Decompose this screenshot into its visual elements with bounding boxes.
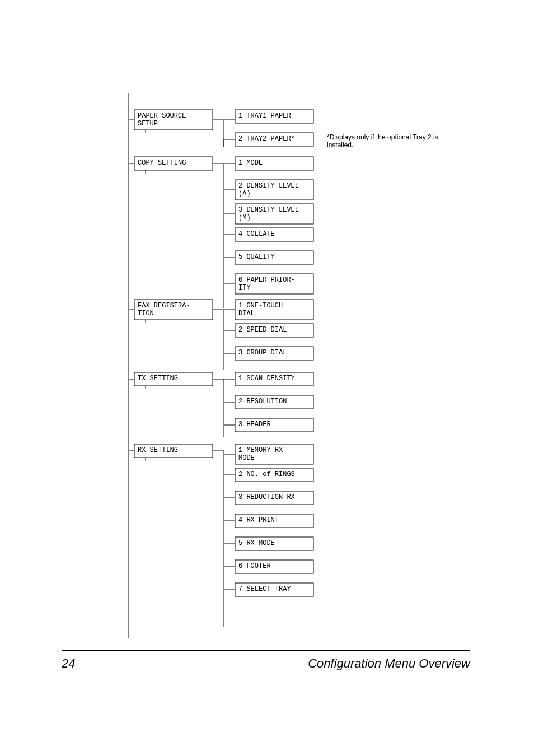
menu-tx-setting: TX SETTING: [138, 375, 210, 382]
menu-footer: 6 FOOTER: [238, 562, 311, 570]
footer-title: Configuration Menu Overview: [308, 656, 470, 671]
menu-select-tray: 7 SELECT TRAY: [238, 585, 311, 593]
menu-tray2-paper: 2 TRAY2 PAPER*: [238, 135, 311, 143]
menu-speed-dial: 2 SPEED DIAL: [238, 326, 311, 334]
menu-header: 3 HEADER: [238, 421, 311, 428]
note-tray2-optional: *Displays only if the optional Tray 2 is…: [327, 133, 450, 149]
menu-rx-mode: 5 RX MODE: [238, 539, 311, 547]
menu-one-touch-dial: 1 ONE-TOUCH DIAL: [238, 302, 311, 318]
menu-tray1-paper: 1 TRAY1 PAPER: [238, 112, 311, 120]
menu-density-m: 3 DENSITY LEVEL (M): [238, 206, 311, 222]
menu-resolution: 2 RESOLUTION: [238, 398, 311, 405]
menu-no-of-rings: 2 NO. of RINGS: [238, 470, 311, 478]
menu-mode: 1 MODE: [238, 159, 311, 167]
menu-density-a: 2 DENSITY LEVEL (A): [238, 182, 311, 198]
menu-rx-setting: RX SETTING: [138, 446, 210, 454]
page-root: PAPER SOURCE SETUP 1 TRAY1 PAPER 2 TRAY2…: [0, 0, 534, 756]
menu-fax-registration: FAX REGISTRA- TION: [138, 302, 210, 318]
menu-scan-density: 1 SCAN DENSITY: [238, 375, 311, 382]
menu-tree-diagram: PAPER SOURCE SETUP 1 TRAY1 PAPER 2 TRAY2…: [0, 0, 534, 650]
menu-rx-print: 4 RX PRINT: [238, 516, 311, 524]
menu-paper-priority: 6 PAPER PRIOR- ITY: [238, 276, 311, 292]
menu-group-dial: 3 GROUP DIAL: [238, 349, 311, 357]
menu-collate: 4 COLLATE: [238, 230, 311, 238]
menu-reduction-rx: 3 REDUCTION RX: [238, 493, 311, 501]
menu-quality: 5 QUALITY: [238, 253, 311, 261]
footer-separator: [62, 650, 470, 651]
menu-copy-setting: COPY SETTING: [138, 159, 210, 167]
menu-paper-source-setup: PAPER SOURCE SETUP: [138, 112, 210, 128]
menu-memory-rx-mode: 1 MEMORY RX MODE: [238, 446, 311, 462]
page-number: 24: [62, 656, 75, 671]
